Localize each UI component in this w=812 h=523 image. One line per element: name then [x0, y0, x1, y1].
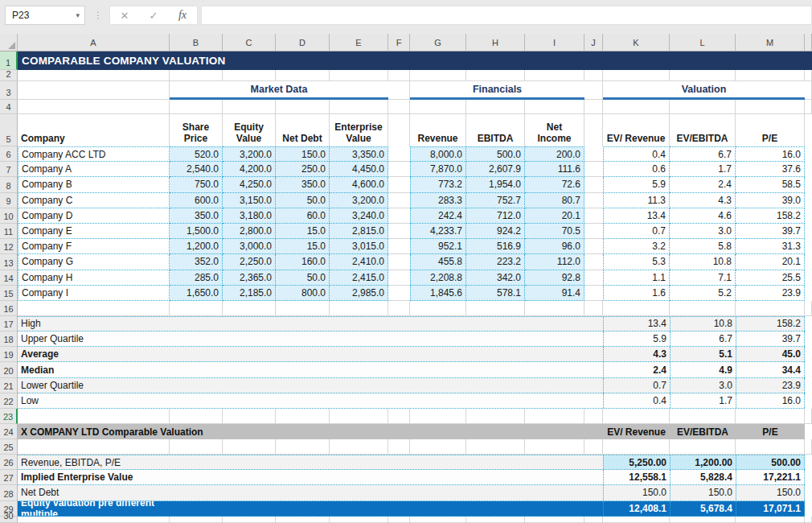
cell[interactable] — [18, 70, 170, 81]
cell[interactable] — [388, 517, 410, 523]
row-header-21[interactable]: 21 — [0, 378, 18, 393]
pe-cell[interactable]: 158.2 — [736, 208, 805, 224]
cell[interactable] — [603, 100, 670, 114]
row-header-5[interactable]: 5 — [0, 114, 18, 146]
enterprise-value-cell[interactable]: 3,015.0 — [330, 239, 388, 254]
revenue-cell[interactable]: 4,233.7 — [410, 224, 466, 239]
summary-header-ev-revenue[interactable]: EV/ Revenue — [603, 424, 670, 439]
cell[interactable] — [170, 517, 223, 523]
cell[interactable] — [584, 208, 603, 224]
cell[interactable] — [388, 114, 410, 146]
ev-revenue-cell[interactable]: 1.6 — [603, 286, 670, 301]
cell[interactable] — [525, 517, 584, 523]
cell[interactable] — [170, 362, 603, 377]
net-debt-cell[interactable]: 50.0 — [276, 193, 330, 208]
summary-label[interactable]: Equity valuation pre different multiple — [18, 501, 170, 516]
cell[interactable] — [584, 70, 603, 81]
net-debt-cell[interactable]: 160.0 — [276, 254, 330, 270]
header-share-price[interactable]: Share Price — [170, 114, 223, 146]
ev-ebitda-stat[interactable]: 6.7 — [670, 332, 736, 346]
revenue-cell[interactable]: 8,000.0 — [410, 146, 466, 162]
cell[interactable] — [466, 517, 525, 523]
equity-value-cell[interactable]: 3,000.0 — [223, 239, 276, 254]
cell[interactable] — [18, 517, 170, 523]
company-name-cell[interactable]: Company B — [18, 177, 170, 192]
row-header-14[interactable]: 14 — [0, 270, 18, 286]
ev-ebitda-stat[interactable]: 3.0 — [670, 378, 736, 393]
stat-label[interactable]: Lower Quartile — [18, 378, 170, 393]
share-price-cell[interactable]: 2,540.0 — [170, 162, 223, 177]
cell[interactable] — [170, 501, 603, 516]
cell[interactable] — [388, 81, 410, 100]
implied-ev-ebitda[interactable]: 5,828.4 — [670, 470, 736, 484]
cell[interactable] — [388, 162, 410, 177]
header-net-debt[interactable]: Net Debt — [276, 114, 330, 146]
company-name-cell[interactable]: Company ACC LTD — [18, 146, 170, 162]
net-income-cell[interactable]: 80.7 — [525, 193, 584, 208]
net-income-cell[interactable]: 96.0 — [525, 239, 584, 254]
net-income-cell[interactable]: 92.8 — [525, 270, 584, 286]
column-header-g[interactable]: G — [410, 34, 466, 51]
cell[interactable] — [223, 301, 276, 316]
page-title[interactable]: COMPARABLE COMPANY VALUATION — [18, 51, 812, 70]
cell[interactable] — [525, 301, 584, 316]
column-header-k[interactable]: K — [603, 34, 670, 51]
cell[interactable] — [388, 146, 410, 162]
cell[interactable] — [670, 301, 736, 316]
equity-value-cell[interactable]: 2,800.0 — [223, 224, 276, 239]
column-header-d[interactable]: D — [276, 34, 330, 51]
cell[interactable] — [388, 439, 410, 455]
company-name-cell[interactable]: Company I — [18, 286, 170, 301]
cell[interactable] — [388, 193, 410, 208]
cell[interactable] — [330, 100, 388, 114]
equity-value-cell[interactable]: 2,365.0 — [223, 270, 276, 286]
ev-revenue-cell[interactable]: 0.6 — [603, 162, 670, 177]
share-price-cell[interactable]: 1,500.0 — [170, 224, 223, 239]
cell[interactable] — [736, 517, 805, 523]
ev-revenue-cell[interactable]: 13.4 — [603, 208, 670, 224]
revenue-input-cell[interactable]: 5,250.00 — [603, 455, 670, 469]
net-debt-cell[interactable]: 250.0 — [276, 162, 330, 177]
share-price-cell[interactable]: 750.0 — [170, 177, 223, 192]
pe-cell[interactable]: 16.0 — [736, 146, 805, 162]
net-income-cell[interactable]: 111.6 — [525, 162, 584, 177]
net-debt-value[interactable]: 150.0 — [736, 485, 805, 500]
header-pe[interactable]: P/E — [736, 114, 805, 146]
cell[interactable] — [410, 439, 466, 455]
share-price-cell[interactable]: 285.0 — [170, 270, 223, 286]
cell[interactable] — [736, 439, 805, 455]
net-debt-cell[interactable]: 60.0 — [276, 208, 330, 224]
row-header-2[interactable]: 2 — [0, 70, 18, 81]
company-name-cell[interactable]: Company A — [18, 162, 170, 177]
row-header-15[interactable]: 15 — [0, 286, 18, 301]
cell[interactable] — [584, 286, 603, 301]
row-header-28[interactable]: 28 — [0, 485, 18, 500]
header-equity-value[interactable]: Equity Value — [223, 114, 276, 146]
column-header-f[interactable]: F — [388, 34, 410, 51]
cell[interactable] — [584, 193, 603, 208]
implied-ev-pe[interactable]: 17,221.1 — [736, 470, 805, 484]
cell[interactable] — [388, 239, 410, 254]
ev-ebitda-cell[interactable]: 5.2 — [670, 286, 736, 301]
pe-cell[interactable]: 39.0 — [736, 193, 805, 208]
net-debt-cell[interactable]: 15.0 — [276, 239, 330, 254]
cell[interactable] — [170, 317, 603, 331]
cell[interactable] — [18, 409, 170, 424]
pe-stat[interactable]: 158.2 — [736, 317, 805, 331]
ev-revenue-stat[interactable]: 2.4 — [603, 362, 670, 377]
pe-input-cell[interactable]: 500.00 — [736, 455, 805, 469]
equity-value-ebitda[interactable]: 5,678.4 — [670, 501, 736, 516]
cell[interactable] — [670, 517, 736, 523]
header-ev-revenue[interactable]: EV/ Revenue — [603, 114, 670, 146]
cell[interactable] — [410, 100, 466, 114]
cell[interactable] — [525, 70, 584, 81]
share-price-cell[interactable]: 352.0 — [170, 254, 223, 270]
cell[interactable] — [584, 301, 603, 316]
row-header-18[interactable]: 18 — [0, 332, 18, 347]
cell[interactable] — [18, 100, 170, 114]
summary-title[interactable]: X COMPANY LTD Comparable Valuation — [18, 424, 603, 439]
revenue-cell[interactable]: 1,845.6 — [410, 286, 466, 301]
row-header-13[interactable]: 13 — [0, 254, 18, 270]
revenue-cell[interactable]: 242.4 — [410, 208, 466, 224]
ebitda-cell[interactable]: 2,607.9 — [466, 162, 525, 177]
